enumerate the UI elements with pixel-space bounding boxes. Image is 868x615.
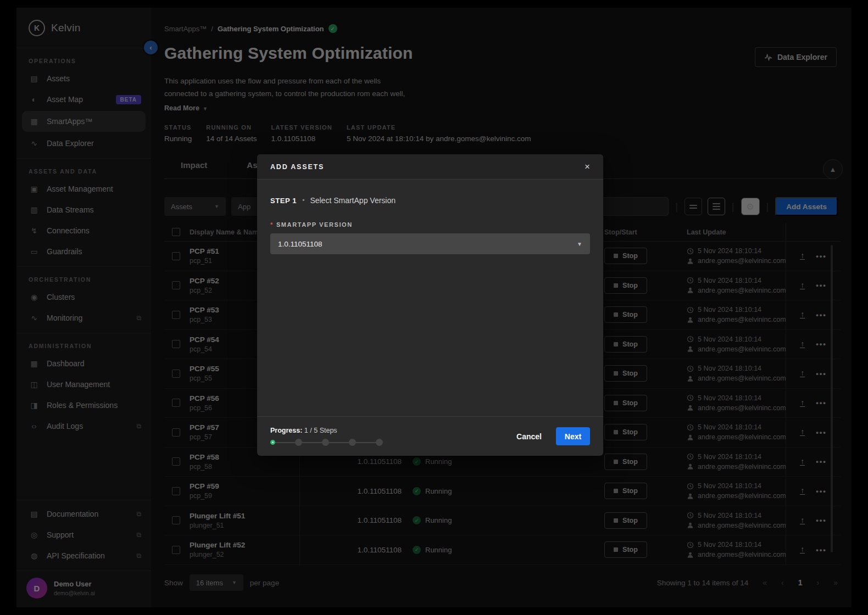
modal-actions: Cancel Next — [516, 427, 590, 445]
modal-header: ADD ASSETS × — [257, 154, 603, 180]
next-button[interactable]: Next — [556, 427, 590, 445]
modal-title: ADD ASSETS — [270, 163, 324, 171]
screen: K Kelvin OPERATIONS▤Assets◐Asset MapBETA… — [0, 0, 868, 615]
progress-step-5 — [376, 439, 383, 446]
progress-steps — [270, 439, 383, 446]
smartapp-version-label: *SMARTAPP VERSION — [270, 221, 590, 228]
smartapp-version-select[interactable]: 1.0.11051108 ▼ — [270, 233, 590, 254]
step-separator: • — [302, 197, 304, 204]
step-label: STEP 1 — [270, 197, 297, 205]
progress-step-1 — [270, 440, 275, 445]
progress-label: Progress: — [270, 427, 302, 434]
progress-step-2 — [295, 439, 302, 446]
modal-body: STEP 1 • Select SmartApp Version *SMARTA… — [257, 180, 603, 416]
close-icon[interactable]: × — [585, 162, 590, 171]
progress-connector — [302, 442, 322, 443]
step-title: Select SmartApp Version — [310, 196, 396, 205]
progress-indicator: Progress: 1 / 5 Steps — [270, 427, 383, 446]
cancel-button[interactable]: Cancel — [516, 432, 542, 441]
progress-connector — [356, 442, 376, 443]
progress-text: Progress: 1 / 5 Steps — [270, 427, 383, 434]
progress-connector — [275, 442, 295, 443]
required-asterisk: * — [270, 221, 274, 228]
add-assets-modal: ADD ASSETS × STEP 1 • Select SmartApp Ve… — [257, 154, 603, 456]
progress-step-3 — [322, 439, 329, 446]
progress-value: 1 / 5 Steps — [304, 427, 337, 434]
progress-step-4 — [349, 439, 356, 446]
step-indicator: STEP 1 • Select SmartApp Version — [270, 196, 590, 205]
smartapp-version-value: 1.0.11051108 — [278, 240, 322, 248]
progress-connector — [329, 442, 349, 443]
chevron-down-icon: ▼ — [577, 241, 582, 247]
modal-footer: Progress: 1 / 5 Steps Cancel Next — [257, 416, 603, 456]
